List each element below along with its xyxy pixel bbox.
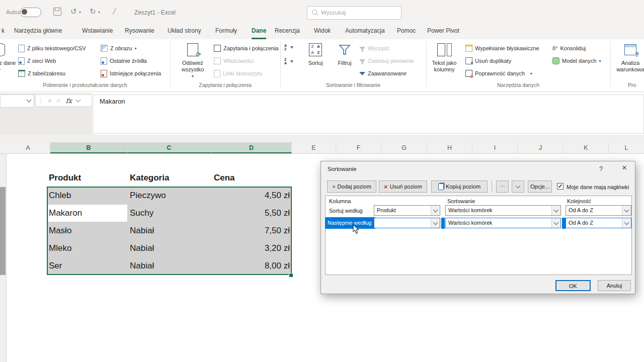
ok-button[interactable]: OK [555,280,591,291]
redo-icon[interactable]: ↻ [90,7,96,16]
confirm-entry-icon[interactable]: ✓ [56,97,61,104]
col-header-i[interactable]: I [472,142,518,153]
col-header-a[interactable]: A [6,142,50,153]
tab-recenzja[interactable]: Recenzja [275,24,300,38]
cell-c6[interactable]: Nabiał [130,261,154,271]
col-header-k[interactable]: K [564,142,609,153]
sort-za-button[interactable]: ZA [284,57,293,65]
from-web-button[interactable]: Z sieci Web [18,57,56,65]
cell-c5[interactable]: Nabiał [130,243,154,253]
dropdown-button[interactable] [431,218,440,228]
search-box[interactable]: Wyszukaj [307,6,401,20]
headers-checkbox-label[interactable]: Moje dane mają nagłówki [567,184,629,190]
filter-button[interactable]: Filtruj [332,42,357,66]
pen-icon[interactable]: ╱ [113,8,116,15]
cancel-entry-icon[interactable]: × [48,97,52,105]
col-header-e[interactable]: E [292,142,336,153]
dropdown-button[interactable] [431,206,440,215]
queries-connections-button[interactable]: Zapytania i połączenia [214,44,278,52]
level1-order-dropdown[interactable]: Od A do Z [566,205,631,216]
cell-d5[interactable]: 3,20 zł [211,243,290,253]
dropdown-button[interactable] [551,206,560,215]
tab-power-pivot[interactable]: Power Pivot [427,24,459,38]
col-header-c[interactable]: C [127,142,211,153]
tab-automatyzacja[interactable]: Automatyzacja [345,24,385,38]
move-up-button[interactable] [496,180,509,193]
autosave-toggle[interactable] [20,8,41,17]
tab-plik-cut[interactable]: k [2,24,5,38]
level2-sorton-dropdown[interactable]: Wartości komórek [445,218,561,228]
tab-uklad-strony[interactable]: Układ strony [168,24,201,38]
cell-kategoria-header[interactable]: Kategoria [130,173,169,183]
cell-b2[interactable]: Chleb [49,191,71,201]
cell-b4[interactable]: Masło [49,226,71,236]
cell-b6[interactable]: Ser [49,261,62,271]
col-header-h[interactable]: H [427,142,472,153]
level1-column-dropdown[interactable]: Produkt [374,205,440,216]
tab-formuly[interactable]: Formuły [215,24,237,38]
headers-checkbox[interactable]: ✓ [557,183,564,190]
tab-wstawianie[interactable]: Wstawianie [82,24,113,38]
dropdown-button[interactable] [622,218,631,228]
cell-c3[interactable]: Suchy [130,208,153,218]
col-header-b[interactable]: B [50,142,127,153]
add-level-button[interactable]: + Dodaj poziom [327,180,376,193]
cell-d4[interactable]: 7,50 zł [211,226,290,236]
undo-icon[interactable]: ↺ [70,7,77,16]
name-box[interactable] [0,95,34,108]
data-model-button[interactable]: Model danych ▾ [552,57,601,65]
cell-d3[interactable]: 5,50 zł [211,208,290,218]
cell-cena-header[interactable]: Cena [214,173,235,183]
consolidate-button[interactable]: 8° Konsoliduj [552,44,586,52]
insert-function-icon[interactable]: fx [66,97,72,105]
options-button[interactable]: Opcje... [528,180,552,193]
text-to-columns-button[interactable]: Tekst jako kolumny [429,42,460,73]
advanced-filter-button[interactable]: Zaawansowane [359,69,407,77]
move-down-button[interactable] [512,180,524,193]
fill-handle[interactable] [289,273,293,278]
dialog-close-icon[interactable]: × [622,163,627,173]
cell-b3[interactable]: Makaron [49,208,82,218]
save-icon[interactable] [53,8,61,16]
from-table-range-button[interactable]: Z tabel/zakresu [18,69,65,77]
remove-duplicates-button[interactable]: × Usuń duplikaty [465,57,511,65]
col-header-g[interactable]: G [381,142,427,153]
from-picture-button[interactable]: Z obrazu ▾ [101,44,136,52]
undo-caret-icon[interactable]: ▾ [79,10,81,15]
tab-pomoc[interactable]: Pomoc [397,24,416,38]
sort-dialog-button[interactable]: ZAAZ Sortuj [302,42,329,66]
col-header-f[interactable]: F [336,142,381,153]
cell-d2[interactable]: 4,50 zł [211,191,290,201]
cell-b5[interactable]: Mleko [49,243,71,253]
tab-narzedzia-glowne[interactable]: Narzędzia główne [14,24,62,38]
col-header-j[interactable]: J [518,142,564,153]
formula-input[interactable]: Makaron [93,95,644,134]
dropdown-button[interactable] [622,206,631,215]
cell-d6[interactable]: 8,00 zł [211,261,290,271]
cell-produkt-header[interactable]: Produkt [49,173,81,183]
cell-c2[interactable]: Pieczywo [130,191,166,201]
sort-az-button[interactable]: AZ [284,43,293,51]
level2-order-dropdown[interactable]: Od A do Z [566,218,631,228]
tab-dane-active[interactable]: Dane [252,24,266,39]
level2-label-selected[interactable]: Następnie według [325,217,375,229]
dialog-help-icon[interactable]: ? [599,165,603,172]
cancel-button[interactable]: Anuluj [598,280,631,291]
col-header-l[interactable]: L [609,142,644,153]
recent-sources-button[interactable]: Ostatnie źródła [101,57,147,65]
cell-c4[interactable]: Nabiał [130,226,154,236]
dropdown-button[interactable] [551,218,560,228]
level1-sorton-dropdown[interactable]: Wartości komórek [445,205,561,216]
from-text-csv-button[interactable]: Z pliku tekstowego/CSV [18,44,86,52]
flash-fill-button[interactable]: Wypełnianie błyskawiczne [465,44,539,52]
tab-rysowanie[interactable]: Rysowanie [125,24,154,38]
get-data-button[interactable]: Pobierz dane ▾ [0,42,16,73]
refresh-all-button[interactable]: ⟳ Odśwież wszystko ▾ [176,42,209,79]
tab-widok[interactable]: Widok [314,24,331,38]
level2-column-dropdown[interactable] [374,218,440,228]
what-if-analysis-button[interactable]: ? Analiza warunkowa [615,42,644,73]
col-header-d[interactable]: D [211,142,292,153]
existing-connections-button[interactable]: Istniejące połączenia [101,69,161,77]
copy-level-button[interactable]: Kopiuj poziom [431,180,488,193]
redo-caret-icon[interactable]: ▾ [98,10,100,15]
